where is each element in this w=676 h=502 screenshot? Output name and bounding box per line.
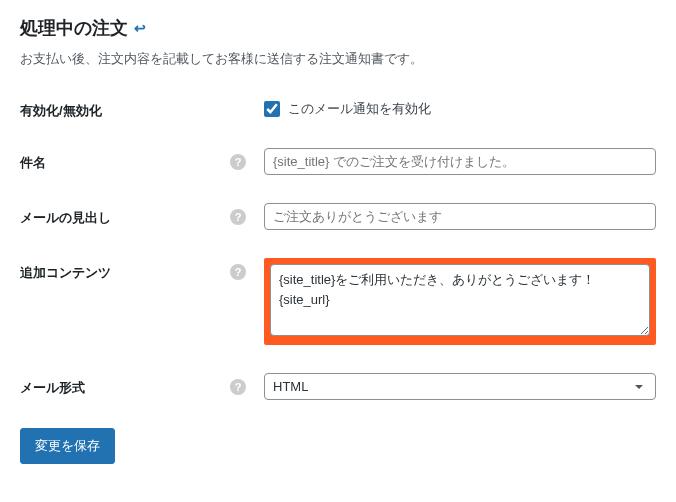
enable-checkbox[interactable] [264, 101, 280, 117]
page-title: 処理中の注文 [20, 16, 128, 40]
help-icon[interactable]: ? [230, 379, 246, 395]
save-button[interactable]: 変更を保存 [20, 428, 115, 464]
additional-label: 追加コンテンツ [20, 264, 111, 282]
enable-checkbox-row[interactable]: このメール通知を有効化 [264, 96, 656, 118]
help-icon[interactable]: ? [230, 209, 246, 225]
page-description: お支払い後、注文内容を記載してお客様に送信する注文通知書です。 [20, 50, 656, 68]
help-icon[interactable]: ? [230, 264, 246, 280]
heading-label: メールの見出し [20, 209, 111, 227]
format-label: メール形式 [20, 379, 85, 397]
additional-highlight-box [264, 258, 656, 345]
subject-label: 件名 [20, 154, 46, 172]
back-icon[interactable]: ↩ [134, 20, 146, 36]
additional-textarea[interactable] [270, 264, 650, 336]
enable-label: 有効化/無効化 [20, 102, 102, 120]
help-icon[interactable]: ? [230, 154, 246, 170]
subject-input[interactable] [264, 148, 656, 175]
format-select[interactable]: HTML [264, 373, 656, 400]
enable-checkbox-label: このメール通知を有効化 [288, 100, 431, 118]
heading-input[interactable] [264, 203, 656, 230]
